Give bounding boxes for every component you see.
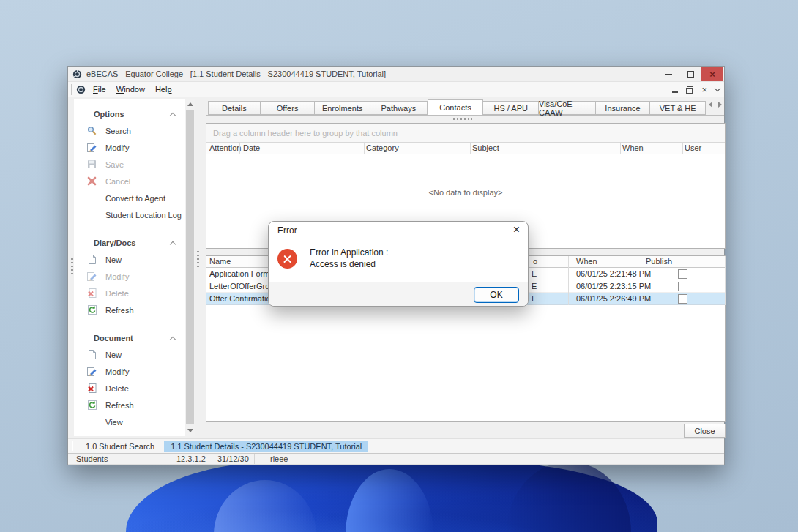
sidebar-item-doc-modify[interactable]: Modify — [74, 365, 185, 378]
doc-partial: E — [532, 294, 537, 303]
sidebar-item-diary-new[interactable]: New — [74, 253, 185, 266]
title-bar: eBECAS - Equator College - [1.1 Student … — [68, 67, 724, 82]
status-bar: Students 12.3.1.2 31/12/30 rleee — [68, 454, 724, 465]
publish-checkbox[interactable] — [678, 294, 687, 304]
sidebar-item-label: Modify — [105, 272, 129, 281]
sidebar-item-doc-save-as[interactable]: Save As — [74, 432, 185, 436]
column-header-date[interactable]: Date — [243, 143, 260, 152]
sidebar-scrollbar[interactable] — [185, 99, 195, 436]
error-dialog: Error × Error in Application : Access is… — [268, 221, 529, 307]
scroll-down-icon[interactable] — [187, 429, 193, 432]
column-header-attention[interactable]: Attention — [209, 143, 241, 152]
collapse-chevron-icon — [170, 336, 176, 342]
sidebar-item-diary-delete[interactable]: Delete — [74, 287, 185, 299]
tab-vet-he[interactable]: VET & HE — [650, 101, 706, 115]
scroll-right-icon[interactable] — [718, 102, 722, 108]
delete-icon — [87, 288, 97, 298]
group-by-panel[interactable]: Drag a column header here to group by th… — [206, 124, 725, 143]
column-header-when[interactable]: When — [622, 143, 644, 152]
status-user: rleee — [255, 454, 335, 464]
sidebar-item-label: Convert to Agent — [105, 194, 165, 203]
section-header-options[interactable]: Options — [74, 108, 185, 120]
tab-student-details[interactable]: 1.1 Student Details - S230044419 STUDENT… — [164, 441, 368, 452]
sidebar-item-save[interactable]: Save — [74, 158, 185, 171]
close-window-button[interactable]: × — [701, 67, 723, 81]
ok-button[interactable]: OK — [474, 287, 519, 303]
sidebar-item-search[interactable]: Search — [74, 124, 185, 137]
tab-contacts[interactable]: Contacts — [428, 99, 484, 115]
no-data-message: <No data to display> — [206, 188, 725, 197]
splitter-drag-handle[interactable] — [197, 251, 199, 267]
close-button[interactable]: Close — [684, 424, 726, 438]
mdi-minimize-button[interactable] — [672, 91, 678, 93]
sidebar-item-label: Modify — [105, 367, 129, 376]
tab-offers[interactable]: Offers — [261, 101, 316, 115]
sidebar-item-cancel[interactable]: Cancel — [74, 175, 185, 187]
menu-bar: File Window Help × — [68, 82, 724, 97]
column-header-category[interactable]: Category — [366, 143, 399, 152]
sidebar-item-label: Save As — [105, 435, 135, 437]
publish-checkbox[interactable] — [678, 282, 687, 291]
column-header-name[interactable]: Name — [209, 257, 231, 266]
sidebar-item-modify[interactable]: Modify — [74, 141, 185, 154]
tab-insurance[interactable]: Insurance — [596, 101, 651, 115]
tab-details[interactable]: Details — [208, 101, 261, 115]
menu-file[interactable]: File — [88, 83, 111, 95]
sidebar-item-doc-refresh[interactable]: Refresh — [74, 399, 185, 411]
column-header-user[interactable]: User — [685, 143, 701, 152]
column-header-subject[interactable]: Subject — [472, 143, 499, 152]
mdi-close-button[interactable]: × — [701, 86, 707, 94]
sidebar-section-options: Options Search Modify Save Cancel Co — [74, 99, 185, 221]
section-header-diary-docs[interactable]: Diary/Docs — [74, 237, 185, 249]
tabbar-grip — [72, 441, 73, 451]
tab-scroll-arrows — [709, 102, 722, 108]
dialog-footer: OK — [269, 282, 528, 307]
tab-student-search[interactable]: 1.0 Student Search — [79, 441, 161, 452]
maximize-button[interactable] — [679, 67, 701, 81]
column-header-publish[interactable]: Publish — [646, 257, 672, 266]
sidebar-item-diary-modify[interactable]: Modify — [74, 270, 185, 282]
sidebar-item-diary-refresh[interactable]: Refresh — [74, 304, 185, 316]
new-document-icon — [87, 255, 97, 264]
dialog-title: Error — [277, 225, 297, 236]
status-module: Students — [68, 454, 171, 464]
panel-drag-handle[interactable] — [71, 258, 73, 274]
doc-partial: E — [532, 282, 537, 291]
open-pages-tabbar: 1.0 Student Search 1.1 Student Details -… — [68, 438, 724, 454]
mdi-restore-button[interactable] — [686, 86, 693, 94]
wallpaper-bloom — [126, 462, 657, 532]
tab-pathways[interactable]: Pathways — [370, 101, 428, 115]
sidebar-item-label: New — [105, 255, 122, 264]
new-document-icon — [87, 350, 97, 359]
scroll-left-icon[interactable] — [709, 102, 712, 108]
menu-window[interactable]: Window — [111, 83, 150, 95]
tab-hs-apu[interactable]: HS / APU — [483, 101, 539, 115]
edit-icon — [87, 367, 97, 376]
minimize-button[interactable] — [657, 67, 679, 81]
collapse-chevron-icon — [170, 112, 176, 118]
tab-drag-handle[interactable] — [453, 118, 472, 120]
tab-visa-coe-caaw[interactable]: Visa/CoE CAAW — [539, 101, 596, 115]
collapse-chevron-icon — [170, 241, 176, 247]
sidebar-item-student-location-log[interactable]: Student Location Log — [74, 209, 185, 221]
menu-help[interactable]: Help — [150, 83, 177, 95]
scroll-up-icon[interactable] — [187, 102, 193, 106]
column-header-partial[interactable]: o — [533, 257, 537, 266]
dialog-close-icon[interactable]: × — [513, 224, 520, 236]
column-header-when[interactable]: When — [576, 257, 597, 266]
chevron-down-icon[interactable] — [715, 86, 720, 91]
dialog-title-bar: Error × — [269, 222, 528, 239]
scrollbar-thumb[interactable] — [186, 110, 194, 424]
sidebar-item-doc-delete[interactable]: Delete — [74, 382, 185, 394]
sidebar-item-convert-to-agent[interactable]: Convert to Agent — [74, 192, 185, 204]
dialog-body: Error in Application : Access is denied — [269, 239, 528, 282]
sidebar-item-label: Modify — [105, 143, 129, 152]
sidebar-item-doc-new[interactable]: New — [74, 348, 185, 361]
publish-checkbox[interactable] — [678, 269, 687, 279]
status-version: 12.3.1.2 — [171, 454, 209, 464]
group-by-hint: Drag a column header here to group by th… — [213, 129, 398, 138]
section-header-document[interactable]: Document — [74, 332, 185, 344]
tab-enrolments[interactable]: Enrolments — [315, 101, 370, 115]
contacts-grid-header: Attention Date Category Subject When Use… — [206, 143, 725, 154]
sidebar-item-doc-view[interactable]: View — [74, 416, 185, 428]
